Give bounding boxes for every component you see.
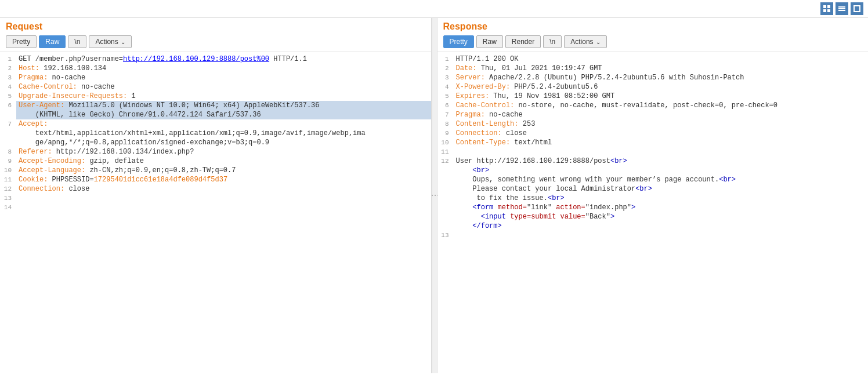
table-row: (KHTML, like Gecko) Chrome/91.0.4472.124…: [0, 110, 431, 119]
table-row: to fix the issue.<br>: [437, 194, 869, 203]
svg-rect-7: [854, 6, 860, 12]
svg-rect-0: [823, 5, 826, 8]
response-title: Response: [443, 21, 863, 32]
table-row: 5 Upgrade-Insecure-Requests: 1: [0, 92, 431, 101]
request-raw-button[interactable]: Raw: [39, 35, 66, 48]
table-row: 10 Content-Type: text/html: [437, 138, 869, 147]
table-row: 8 Referer: http://192.168.100.134/index.…: [0, 147, 431, 156]
request-pretty-button[interactable]: Pretty: [6, 35, 37, 48]
lines-view-button[interactable]: [836, 2, 848, 15]
table-row: 10 Accept-Language: zh-CN,zh;q=0.9,en;q=…: [0, 166, 431, 175]
response-render-button[interactable]: Render: [505, 35, 541, 48]
svg-rect-4: [838, 6, 845, 8]
request-actions-button[interactable]: Actions ⌄: [89, 35, 131, 48]
request-panel-header: Request Pretty Raw \n Actions ⌄: [0, 18, 431, 52]
table-row: 1 HTTP/1.1 200 OK: [437, 54, 869, 64]
panel-divider: ⋮: [432, 18, 437, 373]
table-row: 11: [437, 147, 869, 156]
request-toolbar: Pretty Raw \n Actions ⌄: [6, 35, 425, 48]
table-row: 4 Cache-Control: no-cache: [0, 82, 431, 92]
response-n-button[interactable]: \n: [543, 35, 562, 48]
response-panel: Response Pretty Raw Render \n Actions ⌄ …: [437, 18, 869, 373]
table-row: 6 User-Agent: Mozilla/5.0 (Windows NT 10…: [0, 101, 431, 110]
table-row: 8 Content-Length: 253: [437, 119, 869, 129]
response-toolbar: Pretty Raw Render \n Actions ⌄: [443, 35, 863, 48]
table-row: 9 Connection: close: [437, 129, 869, 138]
table-row: 2 Host: 192.168.100.134: [0, 64, 431, 73]
table-row: </form>: [437, 221, 869, 231]
request-code: 1 GET /member.php?username=http://192.16…: [0, 54, 431, 212]
response-actions-button[interactable]: Actions ⌄: [564, 35, 606, 48]
top-bar: [0, 0, 868, 18]
response-content: 1 HTTP/1.1 200 OK 2 Date: Thu, 01 Jul 20…: [437, 52, 869, 373]
table-row: <input type=submit value="Back">: [437, 212, 869, 221]
table-row: <br>: [437, 166, 869, 175]
table-row: 13: [0, 194, 431, 203]
svg-rect-3: [827, 9, 830, 12]
response-raw-button[interactable]: Raw: [476, 35, 503, 48]
table-row: 5 Expires: Thu, 19 Nov 1981 08:52:00 GMT: [437, 92, 869, 101]
svg-rect-5: [838, 8, 845, 9]
table-row: text/html,application/xhtml+xml,applicat…: [0, 129, 431, 138]
table-row: 3 Server: Apache/2.2.8 (Ubuntu) PHP/5.2.…: [437, 73, 869, 82]
table-row: 14: [0, 203, 431, 212]
square-view-button[interactable]: [851, 2, 863, 15]
table-row: 12 User http://192.168.100.129:8888/post…: [437, 156, 869, 166]
request-n-button[interactable]: \n: [68, 35, 86, 48]
table-row: 3 Pragma: no-cache: [0, 73, 431, 82]
table-row: 12 Connection: close: [0, 184, 431, 194]
request-panel: Request Pretty Raw \n Actions ⌄ 1 GET /m…: [0, 18, 432, 373]
table-row: 2 Date: Thu, 01 Jul 2021 10:19:47 GMT: [437, 64, 869, 73]
response-panel-header: Response Pretty Raw Render \n Actions ⌄: [437, 18, 869, 52]
table-row: 4 X-Powered-By: PHP/5.2.4-2ubuntu5.6: [437, 82, 869, 92]
response-pretty-button[interactable]: Pretty: [443, 35, 474, 48]
view-toggle-group: [820, 2, 863, 15]
grid-view-button[interactable]: [820, 2, 833, 15]
table-row: Please contact your local Administrator<…: [437, 184, 869, 194]
table-row: ge/apng,*/*;q=0.8,application/signed-exc…: [0, 138, 431, 147]
response-code: 1 HTTP/1.1 200 OK 2 Date: Thu, 01 Jul 20…: [437, 54, 869, 240]
table-row: <form method="link" action="index.php">: [437, 203, 869, 212]
table-row: Oups, something went wrong with your mem…: [437, 175, 869, 184]
request-content: 1 GET /member.php?username=http://192.16…: [0, 52, 431, 373]
chevron-down-icon: ⌄: [121, 39, 125, 45]
main-container: Request Pretty Raw \n Actions ⌄ 1 GET /m…: [0, 18, 868, 373]
table-row: 6 Cache-Control: no-store, no-cache, mus…: [437, 101, 869, 110]
table-row: 7 Accept:: [0, 119, 431, 129]
svg-rect-6: [838, 10, 845, 11]
svg-rect-1: [827, 5, 830, 8]
table-row: 1 GET /member.php?username=http://192.16…: [0, 54, 431, 64]
table-row: 11 Cookie: PHPSESSID=17295401d1cc61e18a4…: [0, 175, 431, 184]
svg-rect-2: [823, 9, 826, 12]
request-title: Request: [6, 21, 425, 32]
chevron-down-icon: ⌄: [596, 39, 601, 45]
table-row: 7 Pragma: no-cache: [437, 110, 869, 119]
table-row: 13: [437, 231, 869, 240]
table-row: 9 Accept-Encoding: gzip, deflate: [0, 156, 431, 166]
